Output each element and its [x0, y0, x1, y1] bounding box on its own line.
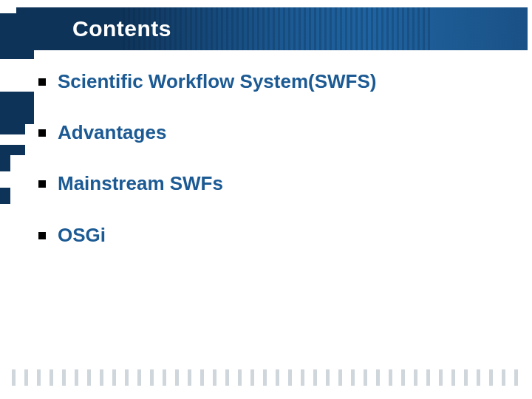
footer-decoration-ticks	[7, 369, 525, 386]
header-band: Contents	[4, 7, 528, 50]
slide: Contents Scientific Workflow System(SWFS…	[0, 0, 532, 399]
list-item-label: Mainstream SWFs	[58, 172, 223, 194]
list-item: OSGi	[35, 224, 502, 247]
content-area: Scientific Workflow System(SWFS) Advanta…	[35, 70, 502, 275]
list-item-label: OSGi	[58, 224, 106, 246]
list-item: Mainstream SWFs	[35, 172, 502, 195]
list-item: Advantages	[35, 121, 502, 144]
contents-list: Scientific Workflow System(SWFS) Advanta…	[35, 70, 502, 247]
list-item-label: Advantages	[58, 121, 166, 143]
list-item: Scientific Workflow System(SWFS)	[35, 70, 502, 93]
page-title: Contents	[72, 16, 171, 41]
list-item-label: Scientific Workflow System(SWFS)	[58, 70, 376, 92]
pointing-hand-icon	[0, 0, 66, 59]
